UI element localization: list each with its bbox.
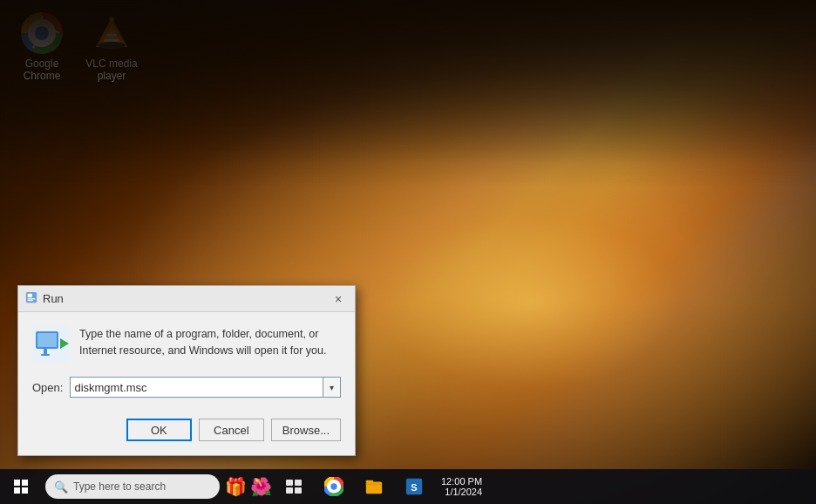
run-command-input[interactable]: [70, 377, 323, 398]
run-dropdown-button[interactable]: ▾: [323, 377, 341, 398]
run-ok-button[interactable]: OK: [126, 419, 192, 441]
system-tray: 12:00 PM 1/1/2024: [434, 476, 489, 497]
chrome-icon-label: Google Chrome: [10, 58, 73, 83]
svg-point-9: [98, 42, 126, 49]
svg-rect-20: [44, 349, 47, 354]
svg-rect-21: [41, 354, 50, 356]
svg-rect-25: [286, 487, 293, 494]
run-large-icon: [32, 326, 69, 363]
svg-text:S: S: [411, 482, 417, 493]
run-open-label: Open:: [32, 381, 63, 394]
svg-point-2: [35, 26, 49, 40]
system-clock-time: 12:00 PM: [441, 476, 482, 487]
run-title-icon: [25, 291, 37, 306]
svg-rect-23: [286, 480, 293, 486]
system-clock-date: 1/1/2024: [441, 487, 482, 497]
task-view-button[interactable]: [275, 469, 313, 504]
svg-rect-31: [366, 480, 373, 484]
svg-point-29: [330, 483, 337, 489]
svg-rect-30: [366, 482, 382, 494]
run-buttons-row: OK Cancel Browse...: [32, 412, 341, 445]
svg-point-10: [109, 17, 114, 22]
run-input-row: Open: ▾: [32, 377, 341, 398]
taskbar-gift-area: 🎁 🌺: [223, 476, 274, 497]
gift-icon: 🎁: [225, 476, 247, 497]
desktop-icon-vlc[interactable]: VLC media player: [77, 9, 146, 86]
svg-rect-19: [37, 333, 57, 347]
run-dialog-body: Type the name of a program, folder, docu…: [18, 312, 355, 455]
run-dialog-title: Run: [43, 292, 329, 305]
taskbar: 🔍 Type here to search 🎁 🌺: [0, 469, 816, 504]
search-placeholder-text: Type here to search: [73, 480, 166, 493]
taskbar-chrome-icon[interactable]: [315, 469, 353, 504]
run-description-text: Type the name of a program, folder, docu…: [79, 326, 341, 359]
taskbar-search-bar[interactable]: 🔍 Type here to search: [45, 474, 220, 499]
search-icon: 🔍: [54, 480, 68, 494]
svg-rect-14: [28, 294, 32, 297]
desktop-icon-chrome[interactable]: Google Chrome: [7, 9, 77, 86]
svg-rect-26: [295, 487, 302, 494]
desktop: Google Chrome VLC media player: [0, 0, 816, 504]
run-browse-button[interactable]: Browse...: [271, 419, 341, 441]
taskbar-file-explorer-icon[interactable]: [355, 469, 393, 504]
svg-rect-24: [295, 480, 302, 486]
run-dialog: Run ×: [17, 285, 356, 456]
vlc-icon-label: VLC media player: [80, 58, 143, 83]
run-info-section: Type the name of a program, folder, docu…: [32, 326, 341, 363]
start-button[interactable]: [0, 469, 42, 504]
run-cancel-button[interactable]: Cancel: [199, 419, 264, 441]
run-titlebar: Run ×: [18, 286, 355, 312]
windows-logo-icon: [14, 480, 28, 494]
run-close-button[interactable]: ×: [329, 289, 348, 309]
taskbar-app-icon[interactable]: S: [395, 469, 433, 504]
flowers-icon: 🌺: [250, 476, 272, 497]
